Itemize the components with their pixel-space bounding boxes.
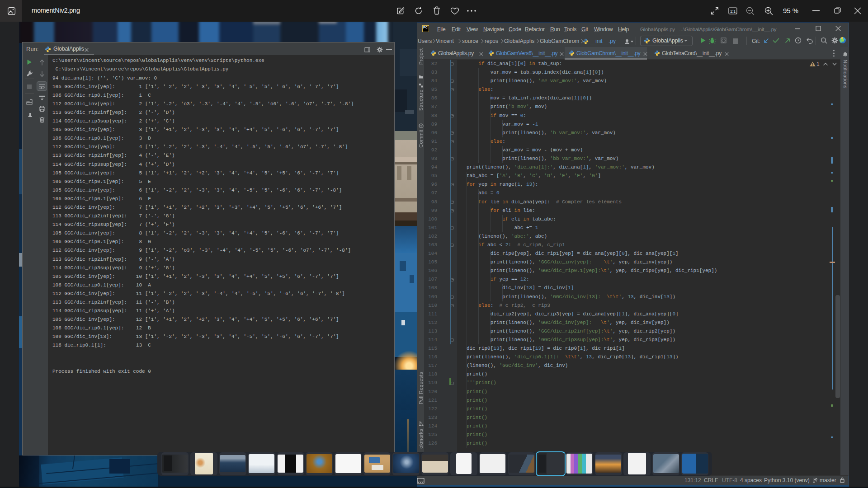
svg-text:1:1: 1:1 [730,9,736,14]
